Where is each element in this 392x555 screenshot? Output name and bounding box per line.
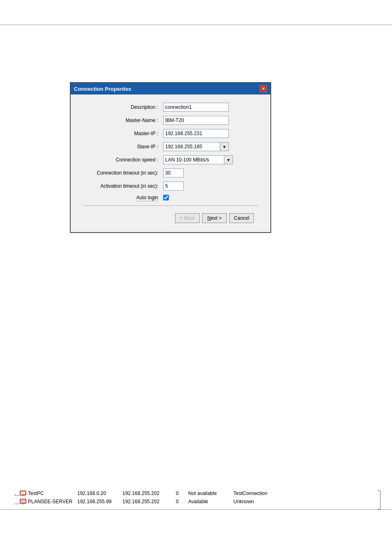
server-icon-1 <box>20 499 26 504</box>
dialog-divider <box>83 205 258 206</box>
status-ip1-0: 192.168.0.20 <box>77 491 118 496</box>
connection-timeout-row: Connection timeout (in sec): <box>83 168 258 177</box>
slave-ip-row: Slave-IP : ▼ <box>83 142 258 151</box>
slave-ip-label: Slave-IP : <box>83 144 163 150</box>
next-label: Next > <box>207 215 221 221</box>
master-ip-label: Master-IP : <box>83 131 163 136</box>
status-avail-0: Not available <box>188 491 229 496</box>
close-button[interactable]: × <box>260 85 267 92</box>
dialog-title: Connection Properties <box>74 86 131 92</box>
top-divider <box>0 25 392 25</box>
svg-rect-2 <box>20 499 26 503</box>
tree-h-line-1 <box>15 495 20 496</box>
auto-login-checkbox[interactable] <box>163 195 169 200</box>
status-conn-1: Unknown <box>233 499 283 504</box>
status-tree-container: TestPC 192.168.0.20 192.168.255.202 0 No… <box>12 491 380 504</box>
status-pc-name-0: TestPC <box>28 491 44 496</box>
connection-speed-row: Connection speed : ▼ <box>83 155 258 164</box>
slave-ip-input[interactable] <box>163 142 220 151</box>
svg-rect-0 <box>20 491 26 495</box>
connection-properties-dialog: Connection Properties × Description : Ma… <box>70 82 271 233</box>
description-label: Description : <box>83 104 163 110</box>
connection-timeout-input[interactable] <box>163 168 184 177</box>
svg-rect-1 <box>22 495 24 496</box>
next-button[interactable]: Next > <box>202 213 227 223</box>
activation-timeout-row: Activation timeout (in sec): <box>83 182 258 191</box>
status-num-0: 0 <box>176 491 184 496</box>
description-row: Description : <box>83 103 258 112</box>
slave-ip-dropdown: ▼ <box>163 142 229 151</box>
monitor-icon-0 <box>20 491 26 496</box>
status-ip1-1: 192.168.255.99 <box>77 499 118 504</box>
cancel-button[interactable]: Cancel <box>229 213 254 223</box>
connection-speed-dropdown-arrow[interactable]: ▼ <box>224 155 233 164</box>
slave-ip-dropdown-arrow[interactable]: ▼ <box>220 142 229 151</box>
status-conn-0: TestConnection <box>233 491 283 496</box>
dialog-titlebar: Connection Properties × <box>71 83 270 94</box>
dialog-buttons: < Back Next > Cancel <box>83 210 258 228</box>
master-name-row: Master-Name : <box>83 116 258 125</box>
status-name-1: PLANSEE-SERVER <box>20 499 73 504</box>
dialog-body: Description : Master-Name : Master-IP : … <box>71 94 270 232</box>
status-item-1: PLANSEE-SERVER 192.168.255.99 192.168.25… <box>20 499 380 504</box>
auto-login-checkbox-wrapper <box>163 195 169 200</box>
master-name-input[interactable] <box>163 116 229 125</box>
master-ip-input[interactable] <box>163 129 229 138</box>
master-name-label: Master-Name : <box>83 117 163 123</box>
svg-rect-3 <box>22 503 24 504</box>
master-ip-row: Master-IP : <box>83 129 258 138</box>
status-avail-1: Available <box>188 499 229 504</box>
connection-speed-input[interactable] <box>163 155 224 164</box>
right-bracket <box>377 491 380 509</box>
connection-speed-dropdown: ▼ <box>163 155 233 164</box>
activation-timeout-input[interactable] <box>163 182 184 191</box>
auto-login-row: Auto login <box>83 195 258 200</box>
status-name-0: TestPC <box>20 491 73 496</box>
activation-timeout-label: Activation timeout (in sec): <box>83 183 163 189</box>
status-ip2-0: 192.168.255.202 <box>122 491 172 496</box>
description-input[interactable] <box>163 103 229 112</box>
auto-login-label: Auto login <box>83 195 163 200</box>
bottom-divider <box>0 509 392 510</box>
status-area: TestPC 192.168.0.20 192.168.255.202 0 No… <box>12 491 380 506</box>
tree-h-line-2 <box>15 504 20 504</box>
connection-speed-label: Connection speed : <box>83 157 163 163</box>
status-num-1: 0 <box>176 499 184 504</box>
status-server-name-1: PLANSEE-SERVER <box>28 499 73 504</box>
back-button[interactable]: < Back <box>175 213 200 223</box>
status-ip2-1: 192.168.255.202 <box>122 499 172 504</box>
status-item-0: TestPC 192.168.0.20 192.168.255.202 0 No… <box>20 491 380 496</box>
connection-timeout-label: Connection timeout (in sec): <box>83 170 163 176</box>
